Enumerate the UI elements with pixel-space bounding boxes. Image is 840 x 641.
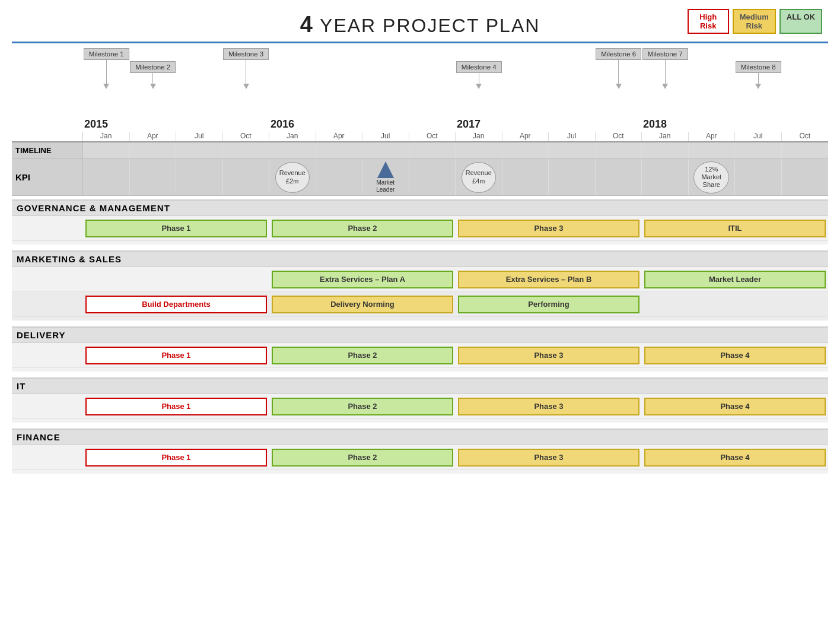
- kpi-row: KPI Revenue£2m MarketLeader Revenue£4m 1…: [12, 159, 828, 196]
- month-jul-2015: Jul: [176, 132, 223, 141]
- month-jan-2015: Jan: [83, 132, 130, 141]
- marketing-row-2: Build Departments Delivery Norming Perfo…: [12, 292, 828, 317]
- governance-title: GOVERNANCE & MANAGEMENT: [12, 199, 828, 216]
- month-apr-2016: Apr: [316, 132, 363, 141]
- milestone-6: Milestone 6: [596, 48, 642, 116]
- page-title: 4 YEAR PROJECT PLAN: [300, 12, 540, 37]
- milestone-6-label: Milestone 6: [596, 48, 641, 60]
- timeline-row: TIMELINE: [12, 142, 828, 159]
- year-2017: 2017: [456, 118, 481, 131]
- year-2016: 2016: [269, 118, 294, 131]
- finance-section: FINANCE Phase 1 Phase 2 Phase 3 Phase 4: [12, 426, 828, 474]
- governance-phase3: Phase 3: [458, 220, 639, 237]
- legend-high-risk: HighRisk: [688, 9, 729, 34]
- finance-row-1: Phase 1 Phase 2 Phase 3 Phase 4: [12, 445, 828, 470]
- delivery-phase4: Phase 4: [644, 347, 826, 364]
- month-jan-2018: Jan: [642, 132, 689, 141]
- it-phase1: Phase 1: [85, 398, 267, 415]
- governance-section: GOVERNANCE & MANAGEMENT Phase 1 Phase 2 …: [12, 196, 828, 245]
- milestone-2-label: Milestone 2: [130, 61, 176, 73]
- delivery-section: DELIVERY Phase 1 Phase 2 Phase 3 Phase 4: [12, 324, 828, 372]
- legend-medium-risk: MediumRisk: [733, 9, 776, 34]
- finance-phase1: Phase 1: [85, 449, 267, 467]
- month-jul-2017: Jul: [549, 132, 596, 141]
- milestone-1: Milestone 1: [83, 48, 130, 116]
- finance-title: FINANCE: [12, 429, 828, 445]
- month-oct-2016: Oct: [409, 132, 456, 141]
- kpi-label: KPI: [12, 159, 83, 195]
- it-phase3: Phase 3: [458, 398, 639, 415]
- governance-phase1: Phase 1: [85, 220, 267, 237]
- month-header: Jan Apr Jul Oct Jan Apr Jul Oct Jan Apr …: [12, 132, 828, 142]
- it-phase2: Phase 2: [272, 398, 453, 415]
- marketing-market-leader: Market Leader: [644, 271, 826, 288]
- delivery-title: DELIVERY: [12, 326, 828, 343]
- kpi-market-leader: MarketLeader: [362, 159, 409, 195]
- finance-phase3: Phase 3: [458, 449, 639, 467]
- milestone-2: Milestone 2: [130, 48, 177, 116]
- timeline-label: TIMELINE: [12, 142, 83, 158]
- milestone-8-label: Milestone 8: [736, 61, 781, 73]
- legend-all-ok: ALL OK: [779, 9, 822, 34]
- it-row-1: Phase 1 Phase 2 Phase 3 Phase 4: [12, 394, 828, 419]
- month-oct-2017: Oct: [596, 132, 642, 141]
- delivery-phase2: Phase 2: [272, 347, 453, 364]
- month-jul-2016: Jul: [362, 132, 409, 141]
- legend: HighRisk MediumRisk ALL OK: [688, 9, 822, 34]
- marketing-delivery-norming: Delivery Norming: [272, 296, 453, 313]
- marketing-row-1: Extra Services – Plan A Extra Services –…: [12, 267, 828, 292]
- marketing-title: MARKETING & SALES: [12, 250, 828, 267]
- milestone-4: Milestone 4: [456, 48, 502, 116]
- marketing-extra-a: Extra Services – Plan A: [272, 271, 453, 288]
- delivery-phase3: Phase 3: [458, 347, 639, 364]
- header-divider: [12, 42, 828, 43]
- marketing-extra-b: Extra Services – Plan B: [458, 271, 639, 288]
- milestone-3: Milestone 3: [223, 48, 270, 116]
- marketing-section: MARKETING & SALES Extra Services – Plan …: [12, 248, 828, 320]
- kpi-market-share: 12%MarketShare: [689, 159, 736, 195]
- finance-phase2: Phase 2: [272, 449, 453, 467]
- page: 4 YEAR PROJECT PLAN HighRisk MediumRisk …: [0, 0, 840, 483]
- delivery-row-1: Phase 1 Phase 2 Phase 3 Phase 4: [12, 343, 828, 368]
- milestone-1-label: Milestone 1: [84, 48, 129, 60]
- it-phase4: Phase 4: [644, 398, 826, 415]
- marketing-build-depts: Build Departments: [85, 296, 267, 313]
- month-oct-2015: Oct: [223, 132, 270, 141]
- finance-phase4: Phase 4: [644, 449, 826, 467]
- milestone-area: Milestone 1 Milestone 2 Milestone 3 Mile…: [12, 48, 828, 116]
- month-apr-2018: Apr: [689, 132, 736, 141]
- delivery-phase1: Phase 1: [85, 347, 267, 364]
- governance-itil: ITIL: [644, 220, 826, 237]
- milestone-3-label: Milestone 3: [223, 48, 269, 60]
- it-title: IT: [12, 377, 828, 394]
- month-apr-2015: Apr: [130, 132, 177, 141]
- month-oct-2018: Oct: [782, 132, 829, 141]
- governance-phase2: Phase 2: [272, 220, 453, 237]
- year-labels: 2015 2016 2017 2018: [12, 116, 828, 132]
- year-2015: 2015: [83, 118, 108, 131]
- month-apr-2017: Apr: [502, 132, 549, 141]
- milestone-7: Milestone 7: [642, 48, 689, 116]
- month-jan-2017: Jan: [456, 132, 502, 141]
- month-jan-2016: Jan: [269, 132, 316, 141]
- kpi-revenue-4m: Revenue£4m: [456, 159, 502, 195]
- governance-row-1: Phase 1 Phase 2 Phase 3 ITIL: [12, 216, 828, 241]
- month-jul-2018: Jul: [735, 132, 782, 141]
- header: 4 YEAR PROJECT PLAN HighRisk MediumRisk …: [12, 6, 828, 40]
- kpi-revenue-2m: Revenue£2m: [269, 159, 316, 195]
- milestone-4-label: Milestone 4: [456, 61, 502, 73]
- it-section: IT Phase 1 Phase 2 Phase 3 Phase 4: [12, 375, 828, 423]
- milestone-8: Milestone 8: [735, 48, 782, 116]
- marketing-performing: Performing: [458, 296, 639, 313]
- year-2018: 2018: [642, 118, 667, 131]
- milestone-7-label: Milestone 7: [642, 48, 688, 60]
